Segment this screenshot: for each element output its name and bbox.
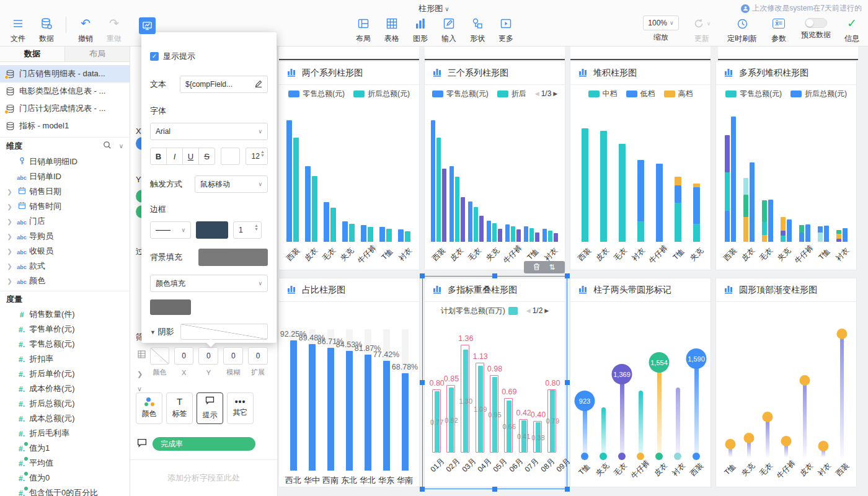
chart-card[interactable]: 多系列堆积柱形图零售总额(元)折后总额(元)西装皮衣毛衣夹克牛仔裤T恤衬衣 (716, 61, 856, 270)
spinner-arrows-icon[interactable]: ▲▼ (260, 150, 265, 157)
legend-pager[interactable]: ◀1/2▶ (526, 306, 549, 315)
other-style-button[interactable]: ••• 其它 (227, 392, 254, 424)
expand-chevron-icon[interactable]: ❯ (5, 218, 14, 225)
measure-item[interactable]: #.零售总额(元) (0, 337, 130, 352)
dimension-item[interactable]: ❯abc导购员 (0, 229, 130, 244)
toggle-switch[interactable] (805, 18, 827, 28)
spinner-arrows-icon[interactable]: ▲▼ (254, 224, 259, 231)
dimension-item[interactable]: ❯abc收银员 (0, 244, 130, 259)
more-button[interactable]: 更多 (492, 16, 520, 44)
measure-item[interactable]: #.包含低于0的百分比 (0, 485, 130, 496)
legend-item[interactable]: 零售总额(元) (725, 89, 782, 99)
border-color-swatch[interactable] (196, 221, 228, 239)
bold-button[interactable]: B (150, 148, 167, 165)
shape-button[interactable]: 形状 (463, 16, 492, 44)
bg-fill-swatch[interactable] (198, 249, 268, 266)
expand-chevron-icon[interactable]: ❯ (5, 278, 14, 285)
next-page-icon[interactable]: ▶ (553, 91, 557, 97)
layout-button[interactable]: 布局 (349, 16, 378, 44)
expand-chevron-icon[interactable]: ❯ (5, 203, 14, 210)
params-button[interactable]: x̄= 参数 (765, 16, 792, 44)
swap-icon[interactable]: ⇅ (549, 264, 555, 271)
zoom-dropdown[interactable]: 100%∨ (643, 16, 678, 30)
zoom-control[interactable]: 100%∨ 缩放 (641, 16, 681, 43)
input-button[interactable]: 输入 (435, 16, 463, 44)
chart-card[interactable]: 占比柱形图92.25%89.48%86.71%84.53%81.87%77.42… (279, 278, 419, 487)
table-button[interactable]: 表格 (378, 16, 406, 44)
shadow-blur-input[interactable]: 0 (223, 347, 243, 365)
shadow-x-input[interactable]: 0 (174, 347, 194, 365)
selection-handle[interactable] (492, 487, 497, 492)
measure-item[interactable]: #.值为1 (0, 441, 130, 456)
expand-chevron-icon[interactable]: ❯ (5, 188, 14, 195)
prev-page-icon[interactable]: ◀ (535, 91, 539, 97)
measure-item[interactable]: #.成本总额(元) (0, 411, 130, 426)
checkbox-checked-icon[interactable]: ✓ (150, 52, 159, 61)
timed-refresh-button[interactable]: 定时刷新 (723, 16, 761, 44)
chart-card[interactable]: 两个系列柱形图零售总额(元)折后总额(元)西装皮衣毛衣夹克牛仔裤T恤衬衣 (279, 61, 419, 270)
component-tooltip-active-icon[interactable] (139, 17, 156, 34)
measure-item[interactable]: #.值为0 (0, 471, 130, 485)
legend-pager[interactable]: ◀1/3▶ (535, 89, 558, 98)
chevron-right-icon[interactable]: ❯ (137, 370, 143, 378)
shadow-spread-input[interactable]: 0 (248, 347, 268, 365)
measure-item[interactable]: #.折后单价(元) (0, 366, 130, 381)
dimension-item[interactable]: ❯abc颜色 (0, 273, 130, 288)
color-style-button[interactable]: 颜色 (136, 392, 162, 424)
tooltip-text-input[interactable]: ${compField... (180, 76, 268, 93)
chart-card[interactable]: 圆形顶部渐变柱形图T恤夹克毛衣牛仔裤皮衣衬衣西装 (716, 278, 856, 487)
search-icon[interactable] (103, 141, 112, 151)
table-item[interactable]: 电影类型总体信息表 - ... (0, 82, 130, 100)
file-button[interactable]: 文件 (4, 16, 32, 44)
prev-page-icon[interactable]: ◀ (526, 308, 531, 314)
legend-item[interactable]: 折后总额(元) (790, 89, 847, 99)
font-family-select[interactable]: Arial∨ (150, 123, 268, 140)
selection-handle[interactable] (420, 273, 425, 278)
expand-chevron-icon[interactable]: ❯ (5, 248, 14, 255)
legend-item[interactable]: 中档 (588, 89, 618, 99)
trash-icon[interactable] (533, 263, 540, 272)
measure-item[interactable]: #.折扣率 (0, 352, 130, 366)
dimension-item[interactable]: ❯销售时间 (0, 199, 130, 214)
chevron-down-icon[interactable]: ∨ (119, 143, 123, 149)
legend-item[interactable]: 折后总额(元) (353, 89, 410, 99)
border-width-spinner[interactable]: 1 ▲▼ (233, 221, 262, 239)
border-style-select[interactable]: ∨ (150, 221, 191, 239)
measure-item[interactable]: #销售数量(件) (0, 307, 130, 322)
legend-item[interactable]: 折后 (497, 89, 526, 99)
refresh-button[interactable]: ∨ 更新 (684, 16, 719, 44)
table-item[interactable]: 门店销售明细表 - data... (0, 65, 130, 82)
italic-button[interactable]: I (166, 148, 183, 165)
legend-item[interactable]: 低档 (626, 89, 655, 99)
strikethrough-button[interactable]: S (198, 148, 215, 165)
selection-handle[interactable] (492, 273, 497, 278)
measure-item[interactable]: #.成本价格(元) (0, 381, 130, 396)
table-item[interactable]: 门店计划完成情况表 - ... (0, 100, 130, 117)
chart-card[interactable]: 三个系列柱形图零售总额(元)折后◀1/3▶西装皮衣毛衣夹克牛仔裤T恤衬衣 (425, 61, 565, 270)
selection-handle[interactable] (420, 487, 425, 492)
legend-item[interactable]: 零售总额(元) (288, 89, 345, 99)
dimension-item[interactable]: ❯abc款式 (0, 259, 130, 273)
legend-item[interactable]: 零售总额(元) (432, 89, 489, 99)
shadow-preview[interactable] (180, 324, 268, 340)
selection-handle[interactable] (565, 380, 570, 385)
measure-item[interactable]: #.折后总额(元) (0, 396, 130, 411)
shadow-section-toggle[interactable]: ▼ 阴影 (150, 326, 174, 337)
font-color-input[interactable] (221, 148, 240, 165)
tab-data[interactable]: 数据 (0, 46, 64, 61)
legend-item[interactable]: 高档 (664, 89, 693, 99)
next-page-icon[interactable]: ▶ (544, 308, 549, 314)
dimension-item[interactable]: abc日销单ID (0, 169, 130, 184)
expand-chevron-icon[interactable]: ❯ (5, 233, 14, 240)
fill-mode-select[interactable]: 颜色填充∨ (150, 275, 268, 292)
tab-layout[interactable]: 布局 (64, 46, 130, 61)
font-size-spinner[interactable]: 12 ▲▼ (246, 148, 268, 165)
shadow-y-input[interactable]: 0 (198, 347, 218, 365)
chart-card[interactable]: 柱子两头带圆形标记9231,3691,5541,590T恤夹克毛衣牛仔裤皮衣衬衣… (570, 278, 711, 487)
redo-button[interactable]: ↷ 重做 (100, 16, 128, 44)
measure-item[interactable]: #.折后毛利率 (0, 426, 130, 441)
tooltip-field-pill[interactable]: 完成率 (153, 437, 255, 451)
tooltip-style-button[interactable]: 提示 (197, 392, 223, 424)
dimension-item[interactable]: ❯销售日期 (0, 184, 130, 199)
selection-handle[interactable] (565, 273, 570, 278)
